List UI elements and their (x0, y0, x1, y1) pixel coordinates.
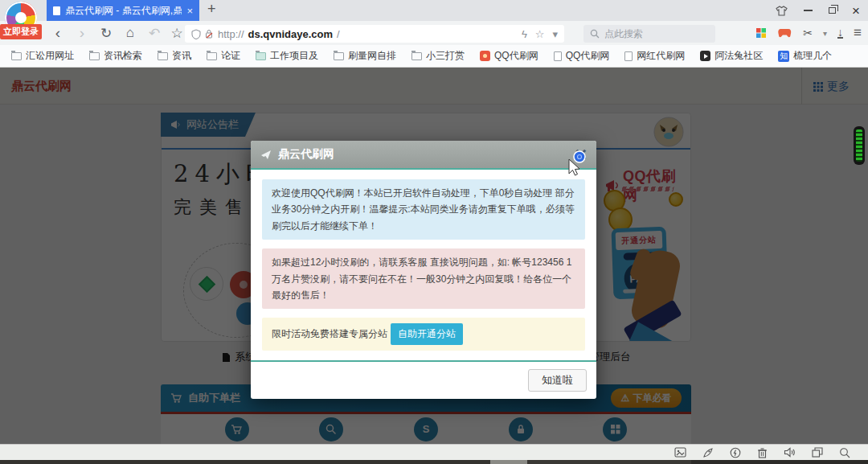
search-box[interactable]: 点此搜索 (583, 25, 715, 43)
dialog-header: 鼎云代刷网 × (251, 141, 596, 170)
folder-icon (11, 52, 22, 60)
search-placeholder: 点此搜索 (604, 27, 643, 41)
bookmark-item[interactable]: 论证 (207, 49, 240, 63)
folder-icon (207, 52, 217, 60)
notice-warning: 限时活动免费搭建专属分站 自助开通分站 (262, 318, 585, 350)
play-icon (700, 51, 710, 61)
battery-indicator (854, 126, 865, 165)
taskbar-segment (0, 460, 490, 464)
page-favicon (53, 6, 60, 15)
bookmark-item[interactable]: 网红代刷网 (624, 49, 685, 63)
open-branch-button[interactable]: 自助开通分站 (391, 323, 463, 344)
taskbar-segment (490, 460, 527, 464)
dialog-title: 鼎云代刷网 (278, 147, 334, 162)
tab-close-icon[interactable]: × (186, 5, 193, 17)
games-gamepad-icon[interactable] (777, 28, 792, 39)
active-tab[interactable]: 鼎云代刷网 - 鼎云代刷网,鼎云 × (47, 0, 199, 21)
paper-plane-icon (260, 150, 272, 160)
tab-title: 鼎云代刷网 - 鼎云代刷网,鼎云 (65, 4, 182, 18)
bookmark-item[interactable]: 工作项目及 (256, 49, 318, 63)
browser-status-bar (0, 444, 868, 460)
mouse-cursor (563, 150, 590, 179)
menu-icon[interactable]: ≡ (854, 25, 862, 41)
login-badge[interactable]: 立即登录 (0, 24, 42, 39)
page-icon (554, 51, 562, 61)
download-icon[interactable]: ↓ (837, 27, 843, 39)
windows-cascade-icon[interactable] (812, 447, 823, 458)
scissors-caret-icon[interactable]: ▾ (823, 29, 827, 38)
minimize-button[interactable] (804, 10, 813, 11)
flash-circle-icon[interactable] (730, 447, 741, 458)
back-button[interactable]: ‹ (48, 21, 68, 45)
dropdown-caret-icon[interactable]: ▾ (552, 28, 558, 40)
url-host: ds.qvnidaye.com (248, 28, 333, 40)
forward-button[interactable]: › (72, 21, 92, 45)
theme-shirt-icon[interactable] (776, 6, 788, 16)
bookmark-item[interactable]: 汇讼用网址 (11, 49, 74, 63)
browser-tab-bar: 鼎云代刷网 - 鼎云代刷网,鼎云 × + × (0, 0, 868, 21)
bookmark-item[interactable]: 阿法兔社区 (700, 49, 763, 63)
search-icon (590, 29, 600, 39)
folder-icon (334, 52, 344, 60)
folder-icon (256, 52, 266, 60)
reload-button[interactable]: ↻ (96, 21, 116, 45)
taskbar-segment (527, 460, 691, 464)
speaker-icon[interactable] (784, 447, 796, 458)
dialog-body: 欢迎使用QQ代刷网！本站已开启软件自动处理，下单0秒自动处理 部分业务30分钟之… (251, 170, 596, 360)
image-icon[interactable] (674, 447, 686, 458)
rocket-icon[interactable] (702, 447, 714, 458)
new-tab-button[interactable]: + (207, 1, 216, 18)
notice-danger: 如果超过12小时没刷的，请联系客服 直接说明问题，如: 帐号123456 1万名… (262, 248, 585, 309)
bookmark-item[interactable]: QQ代刷网 (554, 49, 610, 63)
bookmark-star-button[interactable]: ☆ (167, 21, 186, 45)
folder-icon (158, 52, 168, 60)
browser-toolbar-right: ✂ ▾ ↓ ≡ (755, 21, 862, 45)
battery-fill (856, 129, 862, 162)
zhihu-icon: 知 (778, 51, 789, 62)
bookmark-item[interactable]: 小三打赏 (411, 49, 465, 63)
bookmark-item[interactable]: 刷量网自排 (334, 49, 396, 63)
screen: 鼎云代刷网 - 鼎云代刷网,鼎云 × + × 立即登录 ‹ › ↻ ⌂ ↶ ☆ … (0, 0, 868, 464)
flash-icon[interactable]: ϟ (522, 28, 527, 40)
url-path: / (337, 28, 340, 40)
scissors-icon[interactable]: ✂ (803, 27, 813, 39)
close-button[interactable]: × (852, 4, 860, 18)
address-bar[interactable]: http://ds.qvnidaye.com/ ϟ ☆ ▾ (185, 25, 564, 43)
page-icon (624, 51, 633, 61)
site-favicon-icon (480, 51, 490, 61)
folder-icon (411, 52, 422, 60)
insecure-lock-icon (205, 29, 214, 39)
trash-icon[interactable] (757, 447, 768, 458)
announcement-dialog: 鼎云代刷网 × 欢迎使用QQ代刷网！本站已开启软件自动处理，下单0秒自动处理 部… (251, 141, 596, 399)
notice-info: 欢迎使用QQ代刷网！本站已开启软件自动处理，下单0秒自动处理 部分业务30分钟之… (262, 179, 585, 240)
dialog-footer: 知道啦 (251, 360, 596, 399)
ok-button[interactable]: 知道啦 (528, 369, 587, 392)
zoom-icon[interactable] (839, 447, 850, 458)
favorite-star-icon[interactable]: ☆ (535, 28, 545, 40)
window-controls: × (776, 0, 860, 21)
url-scheme: http:// (218, 28, 244, 40)
undo-button[interactable]: ↶ (145, 21, 164, 45)
bookmark-item[interactable]: QQ代刷网 (480, 49, 538, 63)
bookmarks-bar: 汇讼用网址 资讯检索 资讯 论证 工作项目及 刷量网自排 小三打赏 QQ代刷网 … (0, 45, 868, 68)
security-shield-icon (191, 29, 201, 39)
bookmark-item[interactable]: 资讯检索 (89, 49, 142, 63)
apps-grid-icon[interactable] (755, 27, 767, 39)
restore-button[interactable] (829, 7, 836, 14)
home-button[interactable]: ⌂ (121, 21, 140, 45)
bookmark-item[interactable]: 资讯 (158, 49, 191, 63)
bookmark-item[interactable]: 知梳理几个 (778, 49, 832, 63)
folder-icon (89, 52, 100, 60)
